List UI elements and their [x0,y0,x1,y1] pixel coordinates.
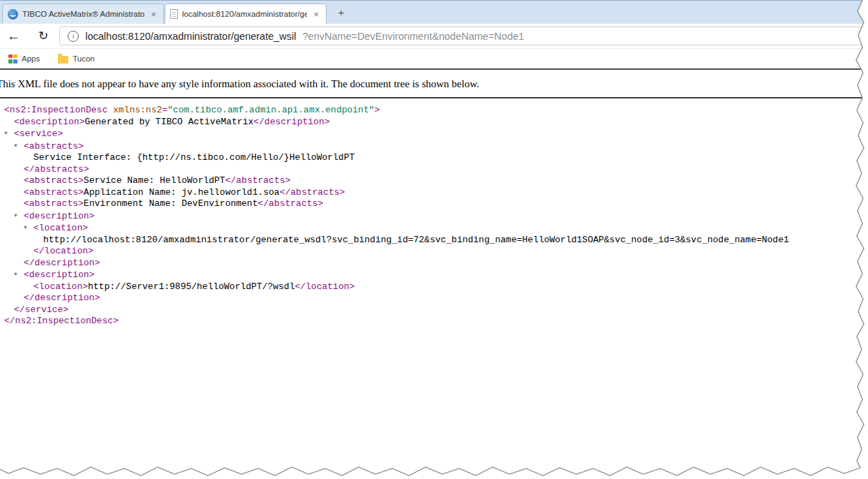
xml-style-notice: This XML file does not appear to have an… [0,70,868,97]
xml-line: </location> [0,246,868,258]
xml-tag: > [375,105,380,115]
xml-text: Service Name: HelloWorldPT [84,175,225,186]
xml-text: Service Interface: {http://ns.tibco.com/… [33,152,354,163]
bookmarks-bar: Apps Tucon [0,49,868,70]
xml-val: "com.tibco.amf.admin.api.amx.endpoint" [167,105,374,115]
xml-tag: </abstracts> [225,175,291,186]
xml-line: ▼<location> [0,222,868,235]
tab-title: TIBCO ActiveMatrix® Administrator [22,10,144,18]
xml-line: http://localhost:8120/amxadministrator/g… [0,235,868,246]
xml-tag: </abstracts> [24,164,89,175]
collapse-arrow-icon[interactable]: ▼ [14,269,24,281]
apps-label: Apps [22,54,40,63]
bookmark-folder-tucon[interactable]: Tucon [58,54,95,64]
xml-tag: <description> [14,117,84,127]
xml-tag: </abstracts> [280,187,345,198]
apps-shortcut[interactable]: Apps [8,54,40,64]
xml-tag: <location> [33,281,88,292]
xml-text: Environment Name: DevEnvironment [84,198,258,209]
tab-tibco-administrator[interactable]: TIBCO ActiveMatrix® Administrator × [2,3,164,24]
apps-grid-square [13,54,17,59]
page-info-icon[interactable]: i [68,31,79,42]
xml-line: <abstracts>Service Name: HelloWorldPT</a… [0,175,868,187]
xml-tag: </description> [24,293,100,303]
tab-generate-wsil[interactable]: localhost:8120/amxadministrator/ge × [165,3,327,24]
xml-tag: </location> [294,281,354,292]
xml-tag: <abstracts> [24,187,84,198]
xml-tag: <abstracts> [24,141,84,152]
apps-grid-square [8,54,13,59]
xml-tag: </location> [33,246,93,256]
collapse-arrow-icon[interactable]: ▼ [14,140,24,152]
browser-window: TIBCO ActiveMatrix® Administrator × loca… [0,0,868,479]
xml-text: http://Server1:9895/helloWorldPT/?wsdl [88,281,294,292]
xml-line: </ns2:InspectionDesc> [0,316,868,327]
xml-attr: xmlns:ns2 [113,105,162,115]
xml-tag: </service> [14,304,68,315]
xml-line: Service Interface: {http://ns.tibco.com/… [0,152,868,164]
tibco-favicon [8,9,18,20]
apps-grid-icon [8,54,17,64]
xml-line: ▼<description> [0,269,868,281]
address-bar[interactable]: i localhost:8120/amxadministrator/genera… [59,27,865,45]
tab-close-icon[interactable]: × [149,9,158,20]
xml-tag: <description> [24,211,94,221]
xml-text: http://localhost:8120/amxadministrator/g… [43,235,789,245]
collapse-arrow-icon[interactable]: ▼ [24,222,33,234]
xml-line: </abstracts> [0,164,868,176]
folder-icon [58,56,68,64]
apps-grid-square [13,59,17,64]
tab-title: localhost:8120/amxadministrator/ge [182,10,307,18]
xml-tag: <abstracts> [24,175,84,186]
xml-line: </description> [0,258,868,270]
xml-line: ▼<service> [0,128,868,140]
xml-line: <location>http://Server1:9895/helloWorld… [0,281,868,293]
xml-tag: </ns2:InspectionDesc> [4,316,119,326]
back-button[interactable]: ← [7,29,20,44]
url-host-path: localhost:8120/amxadministrator/generate… [85,31,296,42]
xml-tag: </abstracts> [257,198,323,209]
xml-tag: <service> [14,128,63,139]
xml-tag: <location> [33,223,88,233]
xml-line: <ns2:InspectionDesc xmlns:ns2="com.tibco… [0,105,868,117]
collapse-arrow-icon[interactable]: ▼ [14,210,24,222]
document-favicon [170,9,178,19]
xml-text: Application Name: jv.helloworld1.soa [84,187,280,198]
xml-text: Generated by TIBCO ActiveMatrix [84,117,253,127]
folder-label: Tucon [73,54,95,63]
apps-grid-square [8,59,13,64]
new-tab-button[interactable]: + [329,5,353,20]
refresh-button[interactable]: ↻ [38,29,48,43]
xml-tag: </description> [24,258,100,268]
xml-tag: <description> [24,270,94,280]
xml-tag: </description> [253,117,329,127]
url-query: ?envName=DevEnvironment&nodeName=Node1 [303,31,525,42]
xml-line: <description>Generated by TIBCO ActiveMa… [0,117,868,128]
navigation-bar: ← ↻ i localhost:8120/amxadministrator/ge… [0,24,868,49]
xml-tag: <ns2:InspectionDesc [4,105,113,115]
xml-tag: <abstracts> [24,198,84,209]
collapse-arrow-icon[interactable]: ▼ [4,128,14,140]
xml-line: ▼<abstracts> [0,140,868,153]
xml-tag: = [162,105,167,115]
xml-line: </description> [0,293,868,304]
xml-line: ▼<description> [0,210,868,223]
page-content: This XML file does not appear to have an… [0,70,868,327]
xml-line: <abstracts>Application Name: jv.hellowor… [0,187,868,199]
tab-bar: TIBCO ActiveMatrix® Administrator × loca… [0,0,868,24]
xml-line: <abstracts>Environment Name: DevEnvironm… [0,198,868,210]
xml-tree: <ns2:InspectionDesc xmlns:ns2="com.tibco… [0,98,868,327]
xml-line: </service> [0,304,868,316]
tab-close-icon[interactable]: × [311,9,321,20]
